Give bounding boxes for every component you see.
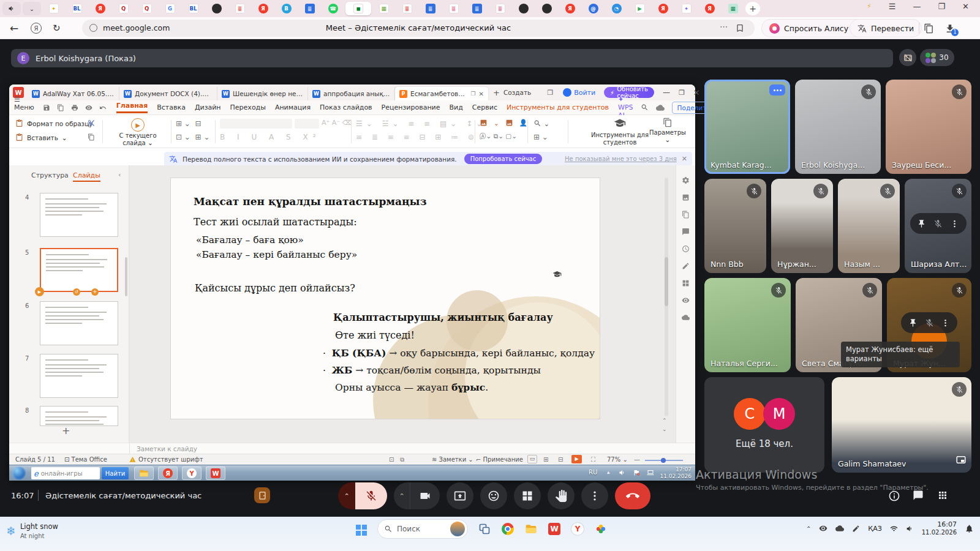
browser-tab[interactable]: Q	[113, 2, 134, 15]
print-icon[interactable]	[71, 104, 78, 111]
apps-grid-icon[interactable]	[937, 490, 948, 501]
collapse-panel-icon[interactable]: ‹	[118, 171, 121, 179]
bell-icon[interactable]	[965, 524, 974, 533]
zoom-out-button[interactable]: —	[634, 456, 640, 463]
win11-search[interactable]: Поиск	[377, 519, 468, 539]
browser-tab[interactable]: Я	[652, 2, 674, 15]
tile-hover-controls[interactable]	[910, 213, 967, 234]
participant-tile[interactable]: Нұржан...	[771, 179, 833, 273]
speaker-tab-control[interactable]	[2, 2, 21, 15]
slide-thumbnail[interactable]	[40, 406, 118, 426]
theme-label[interactable]: ⊡ Тема Office	[64, 456, 107, 463]
document-tab[interactable]: WШешендік өнер негіздері+.d	[217, 87, 308, 100]
slide-thumbnail[interactable]	[40, 301, 118, 345]
address-more-icon[interactable]: ⋯	[720, 22, 728, 31]
pen-icon[interactable]	[852, 525, 860, 533]
cloud-icon[interactable]	[835, 524, 844, 533]
browser-tab[interactable]	[536, 2, 557, 15]
pin-icon[interactable]	[908, 318, 918, 328]
try-now-button[interactable]: Попробовать сейчас	[464, 154, 543, 164]
wps-icon[interactable]: W	[546, 521, 562, 537]
weather-widget[interactable]: ❄ Light snow At night	[6, 522, 58, 540]
speaker-icon[interactable]	[619, 469, 626, 476]
speaker-icon[interactable]	[906, 525, 914, 533]
tray-clock[interactable]: 16:0711.02.2026	[922, 520, 957, 536]
browser-tab[interactable]: ▦	[373, 2, 394, 15]
add-slide-button[interactable]: +	[62, 425, 70, 437]
browser-tab[interactable]	[206, 2, 227, 15]
participant-tile[interactable]: Шариза Алт...	[905, 179, 971, 273]
status-icons[interactable]: ⊡ ⧉	[389, 456, 404, 463]
mic-off-icon[interactable]	[933, 219, 943, 228]
ribbon-tab-Вид[interactable]: Вид	[450, 103, 463, 111]
paste-button[interactable]: Вставить ⌄	[15, 133, 67, 141]
browser-tab[interactable]: ≣	[466, 2, 488, 15]
hidden-icons-caret[interactable]: ⌃	[806, 525, 811, 532]
win7-lang[interactable]: RU	[589, 469, 597, 476]
raise-hand-button[interactable]	[548, 482, 575, 509]
window-switch-icon[interactable]: ❐	[547, 89, 553, 97]
new-tab-button[interactable]: +	[745, 2, 760, 15]
document-tab[interactable]: WAdalWay Хат 06.05.25.docx	[28, 87, 119, 100]
notif-close-icon[interactable]: ✕	[682, 155, 687, 163]
browser-minimize-button[interactable]: —	[913, 2, 921, 11]
slide-thumbnail[interactable]	[40, 248, 118, 292]
document-tab[interactable]: Wаппробация анықтама.do	[308, 87, 395, 100]
browser-tab[interactable]: ≣	[396, 2, 418, 15]
browser-tab[interactable]: ▶	[629, 2, 650, 15]
prev-slide-icon[interactable]: ⌃	[662, 418, 667, 424]
browser-tab[interactable]: Я	[89, 2, 111, 15]
pin-icon[interactable]	[917, 219, 926, 228]
camera-button[interactable]: ⌃	[394, 482, 440, 509]
browser-tab[interactable]: ✦	[676, 2, 697, 15]
participant-tile[interactable]: Наталья Серги...	[704, 278, 791, 372]
zoom-slider[interactable]	[645, 460, 683, 461]
browser-tab[interactable]: ≣	[299, 2, 320, 15]
login-button[interactable]: Войти	[563, 88, 595, 97]
participant-tile[interactable]: Galim Shamataev	[832, 377, 971, 473]
browser-profile-icon[interactable]: Я	[31, 23, 42, 34]
participant-tile[interactable]: Nnn Bbb	[704, 179, 766, 273]
comment-toggle[interactable]: ⌐ Примечание	[476, 456, 523, 463]
tile-hover-controls[interactable]	[901, 312, 957, 333]
participant-tile[interactable]: Kymbat Karag...	[704, 80, 790, 174]
browser-tab[interactable]: ≣	[229, 2, 251, 15]
photos-icon[interactable]	[593, 521, 609, 537]
clock-tool-icon[interactable]	[682, 244, 690, 255]
start-orb[interactable]	[12, 467, 26, 480]
browser-tab[interactable]: ◼	[345, 2, 371, 15]
eye-tool-icon[interactable]	[682, 295, 690, 307]
wps-icon[interactable]: W	[206, 467, 225, 480]
layout-button[interactable]	[514, 482, 541, 509]
back-icon[interactable]: ←	[10, 22, 18, 34]
browser-tab[interactable]: ≣	[420, 2, 441, 15]
grid4-tool-icon[interactable]	[682, 278, 690, 290]
copy-icon[interactable]	[57, 104, 64, 111]
pin-tab-icon[interactable]: ❐	[471, 91, 476, 97]
gear-tool-icon[interactable]	[682, 175, 690, 187]
browser-tab[interactable]: Я	[252, 2, 274, 15]
browser-plus-feature-icon[interactable]: ⚡	[867, 2, 872, 10]
fit-button[interactable]: ⛶	[591, 456, 595, 463]
slideshow-button[interactable]: ▶	[571, 455, 582, 463]
action-center-icon[interactable]	[633, 469, 640, 476]
find-button-win7[interactable]: Найти	[102, 467, 129, 479]
pencil-tool-icon[interactable]	[682, 261, 690, 272]
participant-tile[interactable]: Erbol Koishyga...	[795, 80, 881, 174]
browser-tab[interactable]: BL	[66, 2, 88, 15]
browser-tab[interactable]: @	[582, 2, 604, 15]
win7-tray-caret[interactable]: ▴	[607, 469, 610, 475]
close-tab-icon[interactable]: ✕	[479, 91, 484, 97]
reactions-button[interactable]	[480, 482, 507, 509]
view-read-button[interactable]: ⊟	[558, 456, 563, 463]
browser-tab[interactable]: BL	[183, 2, 204, 15]
translate-button[interactable]: Перевести	[850, 20, 921, 37]
participant-tile[interactable]: Назым ...	[838, 179, 900, 273]
wifi-icon[interactable]	[890, 525, 898, 533]
view-normal-button[interactable]: ▭	[527, 455, 537, 463]
info-icon[interactable]	[888, 490, 900, 502]
more-participants-tile[interactable]: CMЕщё 18 чел.	[704, 377, 824, 473]
yandex-browser-icon[interactable]: Y	[570, 521, 586, 537]
more-options-icon[interactable]	[950, 219, 959, 228]
browser-tab[interactable]: Я	[699, 2, 720, 15]
